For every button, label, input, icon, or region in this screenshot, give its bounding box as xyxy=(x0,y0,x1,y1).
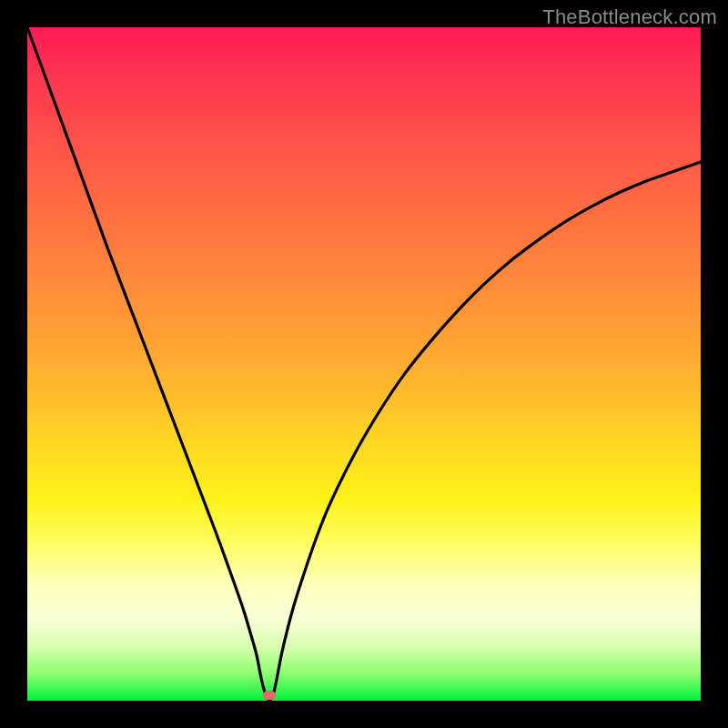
plot-area xyxy=(27,27,701,701)
curve-path xyxy=(27,27,701,700)
bottleneck-curve xyxy=(27,27,701,701)
watermark-text: TheBottleneck.com xyxy=(542,5,717,29)
chart-frame: TheBottleneck.com xyxy=(0,0,728,728)
optimum-marker xyxy=(263,691,276,700)
